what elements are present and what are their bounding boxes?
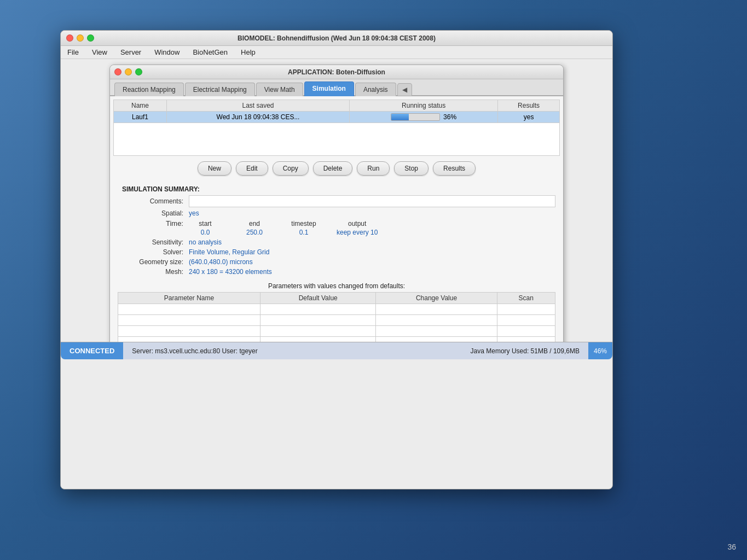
tab-arrow[interactable]: ◀: [397, 83, 412, 96]
inner-maximize-button[interactable]: [135, 68, 142, 75]
sensitivity-label: Sensitivity:: [118, 238, 183, 246]
mesh-value: 240 x 180 = 43200 elements: [189, 268, 272, 276]
solver-value: Finite Volume, Regular Grid: [189, 248, 269, 256]
param-row-empty2: [118, 315, 555, 326]
inner-window-title: APPLICATION: Boten-Diffusion: [288, 68, 385, 76]
progress-bar-fill: [391, 114, 409, 120]
tab-view-math[interactable]: View Math: [256, 83, 303, 96]
inner-window: APPLICATION: Boten-Diffusion Reaction Ma…: [109, 65, 564, 354]
inner-close-button[interactable]: [114, 68, 121, 75]
delete-button[interactable]: Delete: [313, 161, 353, 176]
inner-traffic-lights: [114, 68, 142, 75]
params-table: Parameter Name Default Value Change Valu…: [118, 292, 555, 348]
sensitivity-value: no analysis: [189, 238, 222, 246]
simulation-summary: SIMULATION SUMMARY: Comments: Spatial: y…: [113, 181, 560, 280]
param-row-empty3: [118, 326, 555, 337]
param-col-default: Default Value: [260, 293, 375, 304]
table-row[interactable]: Lauf1 Wed Jun 18 09:04:38 CES... 36%: [114, 112, 560, 123]
time-col-output: output keep every 10: [337, 220, 378, 236]
panel-content: Name Last saved Running status Results L…: [110, 96, 563, 353]
menu-view[interactable]: View: [90, 47, 109, 57]
tab-reaction-mapping[interactable]: Reaction Mapping: [114, 83, 184, 96]
inner-titlebar: APPLICATION: Boten-Diffusion: [110, 65, 563, 79]
col-results: Results: [498, 100, 560, 112]
comments-input[interactable]: [189, 195, 555, 207]
status-server-text: Server: ms3.vcell.uchc.edu:80 User: tgey…: [123, 347, 461, 355]
mesh-row: Mesh: 240 x 180 = 43200 elements: [118, 268, 555, 276]
menu-server[interactable]: Server: [118, 47, 143, 57]
row-last-saved: Wed Jun 18 09:04:38 CES...: [166, 112, 349, 123]
tabs-bar: Reaction Mapping Electrical Mapping View…: [110, 79, 563, 96]
outer-menubar: File View Server Window BioNetGen Help: [61, 46, 612, 59]
geometry-row: Geometry size: (640.0,480.0) microns: [118, 258, 555, 266]
sim-summary-title: SIMULATION SUMMARY:: [118, 183, 555, 195]
stop-button[interactable]: Stop: [394, 161, 428, 176]
col-name: Name: [114, 100, 167, 112]
outer-content: APPLICATION: Boten-Diffusion Reaction Ma…: [61, 59, 612, 359]
mesh-label: Mesh:: [118, 268, 183, 276]
param-col-name: Parameter Name: [118, 293, 260, 304]
menu-file[interactable]: File: [65, 47, 81, 57]
traffic-lights: [66, 34, 94, 42]
maximize-button[interactable]: [87, 34, 94, 42]
progress-bar: [391, 113, 440, 121]
results-button[interactable]: Results: [433, 161, 476, 176]
status-percent: 46%: [588, 342, 612, 359]
time-col-timestep: timestep 0.1: [287, 220, 320, 236]
time-row: Time: start 0.0 end 250.0 timest: [118, 219, 555, 236]
geometry-value: (640.0,480.0) microns: [189, 258, 253, 266]
run-button[interactable]: Run: [357, 161, 390, 176]
outer-titlebar: BIOMODEL: Bohnendiffusion (Wed Jun 18 09…: [61, 31, 612, 46]
time-col-start: start 0.0: [189, 220, 222, 236]
col-last-saved: Last saved: [166, 100, 349, 112]
comments-row: Comments:: [118, 195, 555, 207]
connected-badge: CONNECTED: [61, 342, 123, 359]
menu-help[interactable]: Help: [239, 47, 258, 57]
row-name: Lauf1: [114, 112, 167, 123]
solver-row: Solver: Finite Volume, Regular Grid: [118, 248, 555, 256]
time-end-value: 250.0: [246, 229, 263, 236]
new-button[interactable]: New: [198, 161, 231, 176]
inner-minimize-button[interactable]: [125, 68, 132, 75]
time-label: Time:: [118, 219, 183, 228]
spatial-value: yes: [189, 209, 199, 217]
spatial-label: Spatial:: [118, 209, 183, 217]
page-number: 36: [727, 542, 736, 551]
time-col-end: end 250.0: [238, 220, 271, 236]
spatial-row: Spatial: yes: [118, 209, 555, 217]
params-title: Parameters with values changed from defa…: [118, 282, 555, 290]
time-timestep-header: timestep: [291, 220, 316, 228]
outer-window-title: BIOMODEL: Bohnendiffusion (Wed Jun 18 09…: [238, 34, 436, 42]
param-col-change: Change Value: [376, 293, 497, 304]
col-running-status: Running status: [350, 100, 498, 112]
status-memory-text: Java Memory Used: 51MB / 109,6MB: [462, 347, 588, 355]
menu-window[interactable]: Window: [152, 47, 182, 57]
buttons-row: New Edit Copy Delete Run Stop Results: [113, 156, 560, 181]
time-output-header: output: [348, 220, 366, 228]
sensitivity-row: Sensitivity: no analysis: [118, 238, 555, 246]
progress-percent: 36%: [443, 113, 456, 121]
time-start-header: start: [199, 220, 211, 228]
time-timestep-value: 0.1: [299, 229, 309, 236]
row-results: yes: [498, 112, 560, 123]
param-row-empty1: [118, 304, 555, 315]
row-running-status: 36%: [350, 112, 498, 123]
time-output-value: keep every 10: [337, 229, 378, 236]
minimize-button[interactable]: [77, 34, 84, 42]
param-col-scan: Scan: [497, 293, 555, 304]
close-button[interactable]: [66, 34, 73, 42]
tab-analysis[interactable]: Analysis: [355, 83, 396, 96]
edit-button[interactable]: Edit: [236, 161, 268, 176]
menu-bionetgen[interactable]: BioNetGen: [190, 47, 230, 57]
params-section: Parameters with values changed from defa…: [113, 280, 560, 350]
solver-label: Solver:: [118, 248, 183, 256]
simulation-table: Name Last saved Running status Results L…: [113, 100, 560, 156]
time-start-value: 0.0: [201, 229, 210, 236]
tab-simulation[interactable]: Simulation: [304, 81, 354, 96]
copy-button[interactable]: Copy: [273, 161, 309, 176]
tab-electrical-mapping[interactable]: Electrical Mapping: [185, 83, 255, 96]
time-end-header: end: [249, 220, 260, 228]
comments-label: Comments:: [118, 197, 183, 205]
outer-window: BIOMODEL: Bohnendiffusion (Wed Jun 18 09…: [60, 30, 613, 489]
status-bar: CONNECTED Server: ms3.vcell.uchc.edu:80 …: [61, 342, 612, 359]
